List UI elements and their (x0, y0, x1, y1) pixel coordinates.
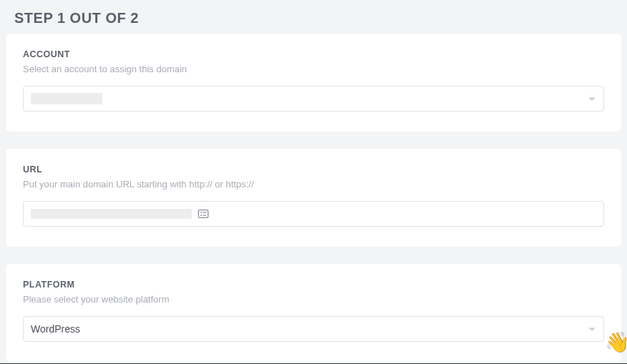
platform-card: PLATFORM Please select your website plat… (6, 264, 621, 362)
platform-label: PLATFORM (23, 280, 604, 290)
account-helper: Select an account to assign this domain (23, 64, 604, 74)
platform-select[interactable]: WordPress (23, 316, 604, 342)
account-select-value (31, 93, 588, 104)
url-helper: Put your main domain URL starting with h… (23, 179, 604, 190)
url-input-wrapper[interactable] (23, 201, 604, 227)
svg-rect-0 (198, 210, 208, 218)
step-title: STEP 1 OUT OF 2 (6, 6, 621, 34)
url-label: URL (23, 164, 604, 174)
form-autofill-icon[interactable] (198, 209, 209, 219)
chevron-down-icon (588, 94, 596, 103)
account-card: ACCOUNT Select an account to assign this… (6, 34, 621, 132)
platform-select-value: WordPress (31, 323, 588, 335)
url-card: URL Put your main domain URL starting wi… (6, 149, 621, 247)
chevron-down-icon (588, 325, 596, 333)
account-select[interactable] (23, 86, 604, 112)
redacted-url-value (31, 209, 192, 219)
redacted-account-value (31, 93, 102, 104)
account-label: ACCOUNT (23, 49, 604, 59)
platform-helper: Please select your website platform (23, 294, 604, 305)
